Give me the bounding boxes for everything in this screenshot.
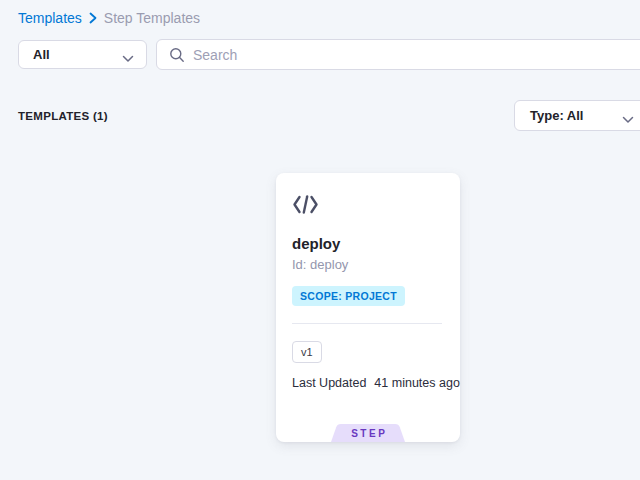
- chevron-down-icon: [122, 51, 134, 66]
- chevron-down-icon: [622, 112, 634, 127]
- template-title: deploy: [292, 235, 340, 252]
- breadcrumb-current: Step Templates: [104, 10, 200, 26]
- type-filter-value: Type: All: [530, 108, 583, 123]
- search-input[interactable]: [193, 47, 640, 63]
- template-card[interactable]: deploy Id: deploy SCOPE: PROJECT v1 Last…: [276, 173, 460, 442]
- type-filter-select[interactable]: Type: All: [514, 100, 640, 131]
- last-updated-value: 41 minutes ago: [374, 376, 459, 390]
- chevron-right-icon: [89, 12, 97, 24]
- breadcrumb-link-templates[interactable]: Templates: [18, 10, 82, 26]
- last-updated: Last Updated 41 minutes ago: [292, 376, 460, 390]
- search-icon: [169, 47, 185, 63]
- card-divider: [292, 323, 442, 324]
- code-icon: [292, 194, 319, 219]
- step-badge-label: STEP: [349, 428, 388, 439]
- version-chip: v1: [292, 341, 322, 363]
- scope-filter-select[interactable]: All: [18, 40, 147, 69]
- step-type-badge: STEP: [331, 424, 405, 442]
- scope-badge: SCOPE: PROJECT: [292, 286, 405, 306]
- templates-count-heading: TEMPLATES (1): [18, 110, 108, 122]
- last-updated-label: Last Updated: [292, 376, 366, 390]
- scope-filter-value: All: [33, 47, 50, 62]
- breadcrumb: Templates Step Templates: [18, 10, 200, 26]
- search-box[interactable]: [156, 39, 640, 70]
- template-id: Id: deploy: [292, 257, 348, 272]
